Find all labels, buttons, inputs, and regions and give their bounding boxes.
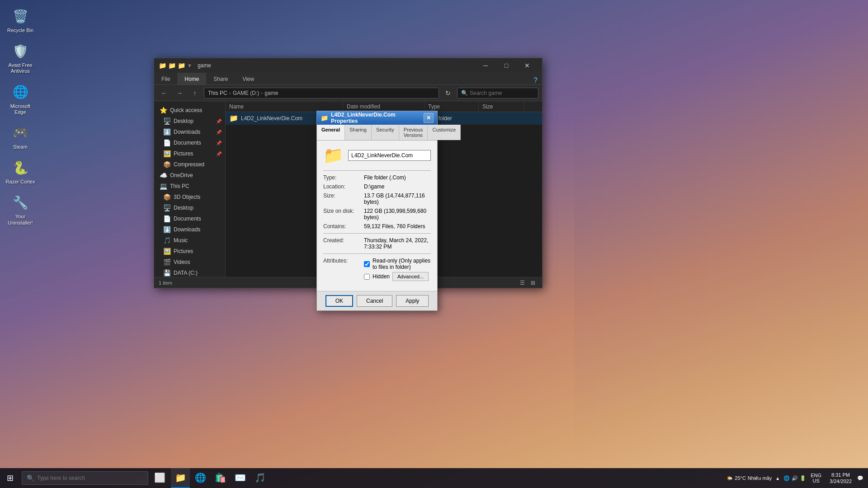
file-name: L4D2_LinkNeverDie.Com	[241, 115, 302, 122]
desktop-icon-razer[interactable]: 🐍 Razer Cortex	[5, 158, 36, 185]
ribbon-tab-file[interactable]: File	[154, 73, 177, 84]
taskbar-store[interactable]: 🛍️	[211, 468, 230, 488]
titlebar-pin-icon: ▼	[187, 63, 192, 68]
desktop-icon-steam[interactable]: 🎮 Steam	[5, 123, 36, 150]
advanced-button[interactable]: Advanced...	[392, 272, 429, 281]
close-button[interactable]: ✕	[517, 58, 538, 73]
mail-icon: ✉️	[235, 472, 246, 483]
sidebar-label-pictures2: Pictures	[174, 248, 193, 254]
search-box: 🔍	[457, 88, 538, 99]
start-button[interactable]: ⊞	[0, 468, 20, 488]
taskbar-media[interactable]: 🎵	[250, 468, 269, 488]
hidden-label: Hidden	[373, 273, 390, 280]
task-view-button[interactable]: ⬜	[150, 468, 169, 488]
forward-button[interactable]: →	[173, 87, 186, 99]
ribbon-tab-share[interactable]: Share	[206, 73, 235, 84]
sidebar-item-music[interactable]: 🎵 Music	[154, 235, 225, 246]
up-button[interactable]: ↑	[189, 87, 201, 99]
system-clock[interactable]: 8:31 PM 3/24/2022	[826, 472, 855, 485]
address-path[interactable]: This PC › GAME (D:) › game	[204, 88, 439, 99]
col-header-date[interactable]: Date modified	[343, 101, 425, 112]
ribbon-tab-view[interactable]: View	[235, 73, 261, 84]
sidebar-item-desktop2[interactable]: 🖥️ Desktop	[154, 202, 225, 213]
refresh-button[interactable]: ↻	[442, 87, 454, 99]
razer-icon: 🐍	[11, 158, 30, 177]
pictures2-icon: 🖼️	[163, 248, 171, 255]
created-value: Thursday, March 24, 2022, 7:33:32 PM	[364, 237, 431, 250]
taskbar-mail[interactable]: ✉️	[231, 468, 250, 488]
taskbar-search-input[interactable]	[37, 475, 127, 481]
sidebar-item-quick-access[interactable]: ⭐ Quick access	[154, 105, 225, 116]
sidebar-item-downloads2[interactable]: ⬇️ Downloads	[154, 224, 225, 235]
ribbon-help-button[interactable]: ?	[529, 76, 542, 84]
desktop-icon-edge[interactable]: 🌐 Microsoft Edge	[5, 83, 36, 115]
col-header-size[interactable]: Size	[479, 101, 524, 112]
ok-button[interactable]: OK	[326, 295, 353, 307]
weather-widget[interactable]: 🌤️ 25°C Nhiều mây	[726, 475, 772, 481]
sidebar-label-pictures: Pictures	[174, 150, 193, 157]
notification-icon[interactable]: 💬	[857, 475, 863, 481]
sidebar-item-desktop[interactable]: 🖥️ Desktop 📌	[154, 116, 225, 127]
dialog-close-button[interactable]: ✕	[424, 113, 434, 123]
readonly-checkbox[interactable]	[364, 261, 370, 267]
taskbar-search-box[interactable]: 🔍	[22, 471, 148, 485]
network-tray-icon: 🌐	[783, 475, 790, 481]
view-details-button[interactable]: ☰	[518, 278, 527, 287]
desktop-icon-avast[interactable]: 🛡️ Avast Free Antivirus	[5, 42, 36, 74]
col-header-type[interactable]: Type	[425, 101, 479, 112]
sidebar-item-pictures2[interactable]: 🖼️ Pictures	[154, 246, 225, 257]
back-button[interactable]: ←	[158, 87, 170, 99]
explorer-addressbar: ← → ↑ This PC › GAME (D:) › game ↻ 🔍	[154, 85, 542, 101]
dialog-tab-customize[interactable]: Customize	[428, 125, 461, 140]
sidebar-item-pictures[interactable]: 🖼️ Pictures 📌	[154, 148, 225, 159]
lang-text: ENG	[811, 473, 821, 478]
taskbar-edge[interactable]: 🌐	[191, 468, 210, 488]
dialog-titlebar: 📁 L4D2_LinkNeverDie.Com Properties ✕	[317, 111, 437, 125]
maximize-button[interactable]: □	[496, 58, 517, 73]
col-header-name[interactable]: Name	[226, 101, 343, 112]
sidebar-item-documents2[interactable]: 📄 Documents	[154, 213, 225, 224]
explorer-ribbon: File Home Share View ?	[154, 73, 542, 85]
minimize-button[interactable]: ─	[475, 58, 496, 73]
taskbar-search-icon: 🔍	[27, 474, 34, 482]
readonly-label: Read-only (Only applies to files in fold…	[373, 258, 431, 270]
sidebar-item-downloads[interactable]: ⬇️ Downloads 📌	[154, 127, 225, 137]
sound-icon[interactable]: 🔊	[792, 475, 798, 481]
search-input[interactable]	[470, 90, 533, 96]
sidebar-label-music: Music	[174, 237, 188, 244]
dialog-tab-previous-versions[interactable]: Previous Versions	[399, 125, 428, 140]
taskbar-file-explorer[interactable]: 📁	[171, 468, 190, 488]
sidebar-item-3d-objects[interactable]: 📦 3D Objects	[154, 192, 225, 202]
recycle-bin-label: Recycle Bin	[7, 28, 33, 33]
sidebar-item-data-c[interactable]: 💾 DATA (C:)	[154, 267, 225, 277]
language-indicator[interactable]: ENG US	[808, 473, 824, 483]
explorer-sidebar: ⭐ Quick access 🖥️ Desktop 📌 ⬇️ Downloads…	[154, 101, 226, 277]
hidden-checkbox[interactable]	[364, 274, 370, 280]
sidebar-item-documents[interactable]: 📄 Documents 📌	[154, 137, 225, 148]
sidebar-item-compressed[interactable]: 📦 Compressed	[154, 159, 225, 170]
explorer-titlebar: 📁 📁 📁 ▼ game ─ □ ✕	[154, 58, 542, 73]
hidden-checkbox-row: Hidden Advanced...	[364, 272, 431, 281]
cancel-button[interactable]: Cancel	[357, 295, 392, 307]
dialog-tab-general[interactable]: General	[317, 125, 345, 140]
chevron-up-icon[interactable]: ▲	[774, 476, 782, 481]
sidebar-label-downloads2: Downloads	[174, 226, 200, 233]
folder-name-input[interactable]	[348, 150, 431, 161]
music-icon: 🎵	[163, 237, 171, 244]
dialog-tab-security[interactable]: Security	[372, 125, 399, 140]
uninstaller-label: Your Uninstaller!	[5, 214, 36, 225]
attributes-controls: Read-only (Only applies to files in fold…	[364, 258, 431, 283]
dialog-tab-sharing[interactable]: Sharing	[345, 125, 372, 140]
ribbon-tab-home[interactable]: Home	[177, 73, 206, 84]
desktop-icon-recycle-bin[interactable]: 🗑️ Recycle Bin	[5, 7, 36, 33]
desktop-icon-uninstaller[interactable]: 🔧 Your Uninstaller!	[5, 193, 36, 225]
attributes-section: Attributes: Read-only (Only applies to f…	[323, 258, 431, 283]
sidebar-item-this-pc[interactable]: 💻 This PC	[154, 181, 225, 192]
downloads2-icon: ⬇️	[163, 226, 171, 233]
apply-button[interactable]: Apply	[396, 295, 429, 307]
view-tiles-button[interactable]: ⊞	[528, 278, 538, 287]
sidebar-item-onedrive[interactable]: ☁️ OneDrive	[154, 170, 225, 181]
contains-label: Contains:	[323, 223, 364, 230]
sidebar-item-videos[interactable]: 🎬 Videos	[154, 257, 225, 267]
edge-taskbar-icon: 🌐	[195, 472, 206, 483]
